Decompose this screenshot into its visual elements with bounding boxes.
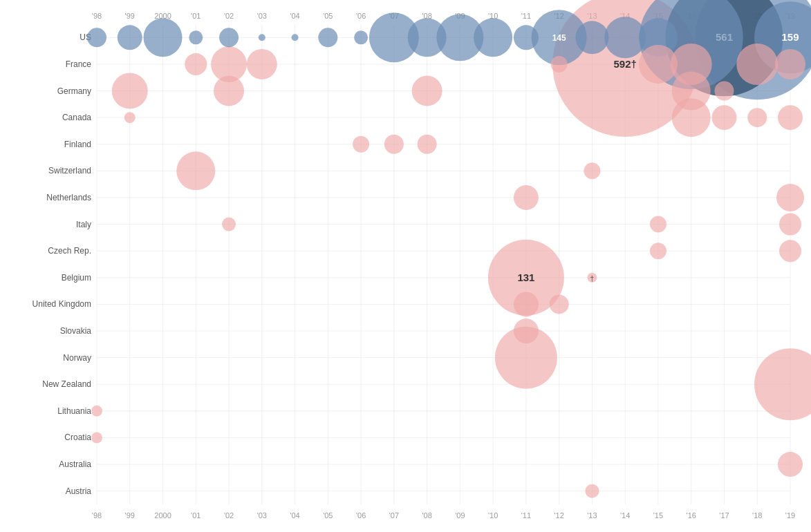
svg-point-141 — [514, 185, 539, 210]
svg-text:Australia: Australia — [59, 459, 91, 469]
svg-point-151 — [714, 82, 734, 101]
svg-text:'07: '07 — [389, 511, 399, 520]
svg-text:'02: '02 — [224, 511, 234, 520]
svg-point-163 — [222, 218, 236, 231]
svg-point-161 — [189, 30, 203, 44]
svg-point-120 — [736, 44, 778, 85]
svg-point-140 — [778, 105, 803, 130]
svg-text:'01: '01 — [191, 511, 201, 520]
svg-text:Canada: Canada — [62, 113, 91, 122]
svg-text:Croatia: Croatia — [64, 433, 91, 442]
svg-text:159: 159 — [781, 31, 799, 43]
svg-point-142 — [514, 292, 539, 316]
svg-point-122 — [408, 18, 447, 57]
chart-container: '98'992000'01'02'03'04'05'06'07'08'09'10… — [0, 0, 811, 532]
svg-point-152 — [747, 108, 767, 127]
svg-point-133 — [775, 49, 805, 79]
svg-text:Netherlands: Netherlands — [46, 193, 91, 202]
svg-text:'13: '13 — [587, 511, 597, 520]
svg-point-160 — [650, 243, 666, 259]
svg-point-148 — [87, 28, 106, 47]
svg-text:'15: '15 — [653, 511, 663, 520]
svg-text:'12: '12 — [554, 511, 563, 520]
svg-point-121 — [144, 18, 183, 57]
svg-text:'05: '05 — [323, 12, 333, 20]
svg-text:'19: '19 — [785, 511, 795, 520]
svg-text:592†: 592† — [614, 58, 637, 70]
svg-text:'98: '98 — [92, 511, 102, 520]
svg-text:Germany: Germany — [57, 86, 91, 96]
svg-point-135 — [412, 76, 442, 106]
svg-text:Switzerland: Switzerland — [48, 166, 91, 175]
svg-point-132 — [247, 49, 277, 79]
svg-point-158 — [584, 162, 600, 179]
svg-text:United Kingdom: United Kingdom — [32, 299, 91, 309]
svg-text:'08: '08 — [422, 511, 431, 520]
svg-text:145: 145 — [552, 33, 566, 43]
svg-point-150 — [318, 28, 337, 47]
svg-point-143 — [514, 319, 539, 343]
svg-point-139 — [711, 105, 736, 130]
svg-point-157 — [353, 136, 369, 153]
svg-text:Austria: Austria — [66, 486, 92, 496]
svg-text:'11: '11 — [521, 511, 531, 520]
svg-point-164 — [585, 484, 599, 498]
svg-point-162 — [354, 30, 368, 44]
svg-point-125 — [639, 45, 678, 84]
svg-point-145 — [185, 53, 207, 75]
svg-point-123 — [474, 18, 512, 57]
svg-text:'16: '16 — [687, 511, 696, 520]
svg-point-130 — [112, 73, 148, 109]
svg-point-170 — [259, 34, 265, 41]
svg-text:'10: '10 — [488, 511, 498, 520]
svg-point-144 — [778, 452, 803, 477]
svg-point-137 — [118, 25, 142, 50]
svg-point-154 — [418, 135, 437, 154]
svg-point-153 — [384, 135, 404, 154]
svg-text:'05: '05 — [323, 511, 333, 520]
svg-text:'01: '01 — [191, 12, 201, 20]
svg-text:Finland: Finland — [64, 140, 91, 149]
svg-text:'06: '06 — [356, 12, 366, 20]
svg-text:'99: '99 — [125, 12, 135, 20]
svg-text:'14: '14 — [620, 511, 630, 520]
svg-point-159 — [650, 216, 666, 233]
svg-text:Lithuania: Lithuania — [57, 406, 91, 416]
svg-text:'18: '18 — [752, 511, 762, 520]
main-chart: '98'992000'01'02'03'04'05'06'07'08'09'10… — [0, 0, 811, 532]
svg-point-138 — [514, 25, 539, 50]
svg-point-147 — [779, 240, 801, 262]
svg-text:'03: '03 — [257, 511, 267, 520]
svg-point-156 — [551, 56, 568, 73]
svg-text:Czech Rep.: Czech Rep. — [48, 246, 91, 256]
svg-text:'04: '04 — [290, 12, 299, 20]
svg-text:'99: '99 — [125, 511, 135, 520]
svg-text:'06: '06 — [356, 511, 366, 520]
svg-point-134 — [214, 76, 244, 106]
svg-point-128 — [176, 151, 215, 190]
svg-text:Norway: Norway — [63, 353, 91, 363]
svg-point-127 — [672, 98, 711, 137]
svg-text:131: 131 — [517, 272, 534, 283]
svg-text:'09: '09 — [455, 511, 465, 520]
svg-text:France: France — [66, 59, 92, 69]
svg-text:†: † — [590, 274, 594, 283]
svg-point-136 — [776, 184, 804, 211]
svg-text:Italy: Italy — [76, 220, 91, 229]
svg-point-166 — [91, 406, 102, 417]
svg-text:'03: '03 — [257, 12, 267, 20]
svg-point-167 — [91, 432, 102, 443]
svg-point-146 — [779, 213, 801, 236]
svg-text:New Zealand: New Zealand — [42, 379, 91, 389]
svg-point-131 — [575, 21, 608, 54]
svg-text:'17: '17 — [719, 511, 729, 520]
svg-point-171 — [292, 34, 299, 41]
svg-text:'11: '11 — [521, 12, 531, 20]
svg-point-165 — [124, 112, 136, 123]
svg-text:'02: '02 — [224, 12, 234, 20]
svg-text:Slovakia: Slovakia — [60, 326, 92, 336]
svg-text:Belgium: Belgium — [62, 273, 91, 283]
svg-point-155 — [550, 294, 569, 314]
svg-point-149 — [219, 28, 239, 47]
svg-point-112 — [754, 348, 811, 420]
